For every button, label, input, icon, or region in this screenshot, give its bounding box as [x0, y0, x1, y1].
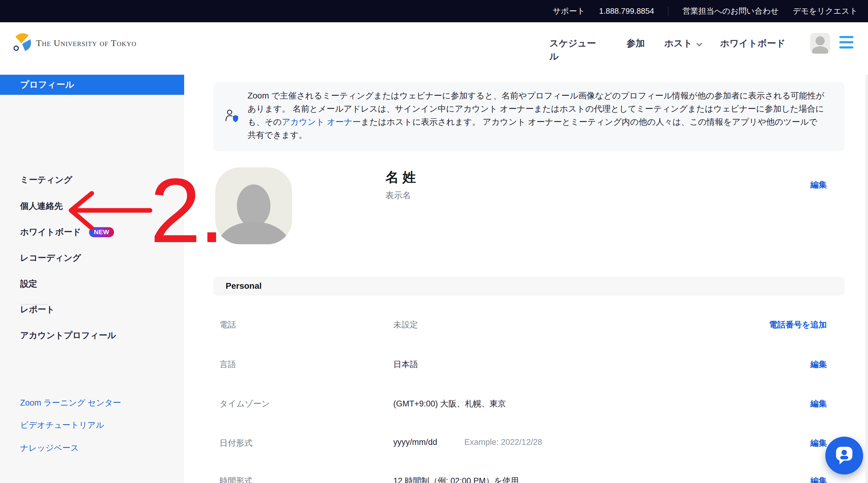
- profile-display-name: 表示名: [385, 190, 411, 201]
- person-icon: [237, 184, 271, 227]
- person-icon: [815, 36, 825, 46]
- sidebar-item-profile[interactable]: プロフィール: [0, 75, 184, 95]
- sidebar-item-reports[interactable]: レポート: [0, 303, 184, 316]
- support-chat-button[interactable]: [825, 436, 863, 475]
- annotation-step-number: 2.: [150, 165, 223, 256]
- time-format-edit-button[interactable]: 編集: [810, 475, 827, 483]
- row-language: 言語 日本語 編集: [213, 359, 844, 373]
- hamburger-icon-bar: [839, 41, 854, 43]
- university-logo-text: The University of Tokyo: [36, 38, 136, 48]
- sidebar-link-learning-center[interactable]: Zoom ラーニング センター: [0, 396, 184, 410]
- privacy-notice: Zoom で主催されるミーティングまたはウェビナーに参加すると、名前やプロフィー…: [213, 82, 844, 151]
- account-owner-link[interactable]: アカウント オーナー: [282, 117, 361, 126]
- top-utility-bar: サポート 1.888.799.8854 営業担当へのお問い合わせ デモをリクエス…: [0, 0, 868, 22]
- chat-person-icon: [834, 445, 854, 466]
- nav-whiteboard[interactable]: ホワイトボード: [720, 37, 785, 50]
- profile-edit-button[interactable]: 編集: [810, 179, 827, 190]
- site-header: The University of Tokyo スケジュール 参加 ホスト ホワ…: [0, 22, 868, 75]
- sidebar-item-settings[interactable]: 設定: [0, 277, 184, 291]
- date-format-edit-button[interactable]: 編集: [810, 437, 827, 449]
- profile-name: 名 姓: [385, 168, 416, 186]
- nav-join[interactable]: 参加: [626, 37, 645, 50]
- sidebar-link-knowledge-base[interactable]: ナレッジベース: [0, 441, 184, 455]
- language-value: 日本語: [393, 359, 418, 370]
- date-format-example: Example: 2022/12/28: [464, 437, 542, 447]
- nav-host-label: ホスト: [664, 38, 692, 48]
- personal-section-header: Personal: [213, 277, 844, 296]
- request-demo-link[interactable]: デモをリクエスト: [793, 6, 858, 17]
- nav-schedule[interactable]: スケジュール: [549, 37, 600, 63]
- row-time-format: 時間形式 12 時間制（例: 02:00 PM）を使用 編集: [213, 475, 844, 483]
- privacy-notice-text: Zoom で主催されるミーティングまたはウェビナーに参加すると、名前やプロフィー…: [248, 89, 825, 142]
- add-phone-number-button[interactable]: 電話番号を追加: [769, 319, 827, 330]
- contact-sales-link[interactable]: 営業担当へのお問い合わせ: [682, 6, 779, 17]
- time-format-value: 12 時間制（例: 02:00 PM）を使用: [393, 475, 519, 483]
- date-format-value: yyyy/mm/dd: [393, 437, 437, 447]
- time-format-label: 時間形式: [219, 475, 252, 483]
- scrollbar-track[interactable]: [865, 75, 868, 483]
- nav-host[interactable]: ホスト: [664, 37, 701, 50]
- timezone-label: タイムゾーン: [219, 398, 270, 409]
- university-logo[interactable]: The University of Tokyo: [12, 33, 136, 53]
- profile-photo[interactable]: [215, 168, 292, 244]
- language-label: 言語: [219, 359, 236, 370]
- sidebar: プロフィール ミーティング 個人連絡先 ホワイトボード NEW レコーディング …: [0, 75, 184, 483]
- account-avatar[interactable]: [810, 33, 830, 54]
- topbar-divider: [668, 7, 668, 16]
- sidebar-link-video-tutorials[interactable]: ビデオチュートリアル: [0, 418, 184, 432]
- hamburger-icon: [839, 36, 854, 38]
- phone-value: 未設定: [393, 319, 418, 330]
- hamburger-menu-button[interactable]: [839, 36, 854, 52]
- hamburger-icon-bar: [839, 47, 854, 49]
- timezone-value: (GMT+9:00) 大阪、札幌、東京: [393, 398, 506, 409]
- phone-label: 電話: [219, 319, 236, 330]
- chevron-down-icon: [696, 40, 702, 46]
- sidebar-divider: [20, 304, 48, 305]
- timezone-edit-button[interactable]: 編集: [810, 398, 827, 409]
- support-phone-number: 1.888.799.8854: [599, 6, 654, 16]
- row-timezone: タイムゾーン (GMT+9:00) 大阪、札幌、東京 編集: [213, 398, 844, 412]
- user-shield-icon: [225, 109, 239, 124]
- person-icon-body: [218, 222, 290, 244]
- date-format-label: 日付形式: [219, 437, 252, 449]
- person-icon-body: [812, 47, 828, 54]
- annotation-arrow: [66, 182, 157, 238]
- row-phone: 電話 未設定 電話番号を追加: [213, 319, 844, 333]
- language-edit-button[interactable]: 編集: [810, 359, 827, 370]
- ginkgo-leaf-icon: [12, 33, 32, 53]
- support-link[interactable]: サポート: [553, 6, 585, 17]
- row-date-format: 日付形式 yyyy/mm/dd Example: 2022/12/28 編集: [213, 437, 844, 452]
- sidebar-item-account-profile[interactable]: アカウントプロフィール: [0, 329, 184, 342]
